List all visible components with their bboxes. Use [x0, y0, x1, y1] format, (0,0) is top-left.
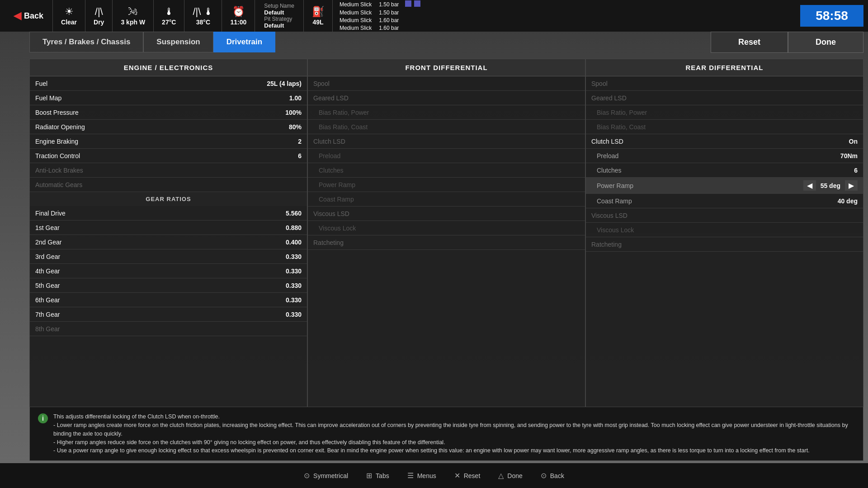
tab-tyres-brakes-chassis[interactable]: Tyres / Brakes / Chassis [29, 32, 143, 52]
rear-geared-lsd-row: Geared LSD [586, 91, 863, 105]
engine-braking-row[interactable]: Engine Braking 2 [30, 134, 307, 149]
front-bias-power-label: Bias Ratio, Power [319, 109, 369, 116]
rear-geared-lsd-label: Geared LSD [591, 94, 627, 102]
rear-bias-power-row: Bias Ratio, Power [586, 105, 863, 120]
info-icon: i [38, 413, 48, 423]
rear-clutches-label: Clutches [597, 167, 621, 174]
back-button[interactable]: ◀ Back [5, 10, 52, 22]
fuel-row[interactable]: Fuel 25L (4 laps) [30, 76, 307, 91]
bottom-done-item[interactable]: △ Done [498, 471, 522, 480]
traction-control-value: 6 [298, 152, 302, 160]
rear-coast-ramp-row[interactable]: Coast Ramp 40 deg [586, 194, 863, 208]
rear-power-ramp-row[interactable]: Power Ramp ◀ 55 deg ▶ [586, 178, 863, 194]
engine-panel: ENGINE / ELECTRONICS Fuel 25L (4 laps) F… [29, 59, 307, 407]
tyre-rl-pressure: 1.60 bar [379, 17, 399, 23]
traction-control-row[interactable]: Traction Control 6 [30, 149, 307, 163]
rear-ratcheting-row: Ratcheting [586, 237, 863, 252]
wind-item: 🌬 3 kph W [112, 0, 153, 32]
menus-label: Menus [417, 472, 436, 479]
rear-viscous-lock-row: Viscous Lock [586, 223, 863, 237]
fuel-item: ⛽ 49L [303, 0, 332, 32]
tab-drivetrain[interactable]: Drivetrain [213, 32, 275, 52]
gear7-row[interactable]: 7th Gear 0.330 [30, 307, 307, 322]
radiator-row[interactable]: Radiator Opening 80% [30, 120, 307, 134]
reset-icon: ✕ [454, 471, 460, 480]
gear6-value: 0.330 [286, 296, 302, 304]
engine-braking-value: 2 [298, 138, 302, 145]
tyre-row-rl: Medium Slick 1.60 bar [340, 17, 420, 23]
thermometer-icon: 🌡 [164, 6, 174, 18]
top-bar: ◀ Back ☀ Clear /|\ Dry 🌬 3 kph W 🌡 27°C … [0, 0, 868, 32]
menus-item[interactable]: ☰ Menus [407, 471, 436, 480]
gear5-row[interactable]: 5th Gear 0.330 [30, 278, 307, 293]
front-clutches-row: Clutches [308, 163, 585, 178]
front-viscous-lsd-row: Viscous LSD [308, 206, 585, 221]
rear-diff-content: Spool Geared LSD Bias Ratio, Power Bias … [586, 76, 863, 407]
pit-strategy-value: Default [264, 22, 294, 29]
back-arrow-icon: ◀ [14, 10, 21, 22]
tyre-grid: Medium Slick 1.50 bar Medium Slick 1.50 … [340, 0, 420, 31]
gear5-label: 5th Gear [35, 282, 60, 289]
done-button[interactable]: Done [788, 32, 863, 53]
gear4-row[interactable]: 4th Gear 0.330 [30, 264, 307, 278]
engine-braking-label: Engine Braking [35, 138, 78, 145]
fuel-value-cell: 25L (4 laps) [267, 80, 302, 87]
setup-name-label: Setup Name [264, 3, 294, 9]
radiator-label: Radiator Opening [35, 123, 85, 131]
boost-pressure-label: Boost Pressure [35, 109, 79, 116]
front-diff-panel: FRONT DIFFERENTIAL Spool Geared LSD Bias… [307, 59, 585, 407]
front-bias-coast-label: Bias Ratio, Coast [319, 123, 368, 131]
engine-panel-content: Fuel 25L (4 laps) Fuel Map 1.00 Boost Pr… [30, 76, 307, 407]
rear-clutches-value: 6 [854, 167, 858, 174]
rear-clutch-lsd-row[interactable]: Clutch LSD On [586, 134, 863, 149]
tabs-item[interactable]: ⊞ Tabs [366, 471, 389, 480]
gear3-row[interactable]: 3rd Gear 0.330 [30, 249, 307, 264]
track-temp-value: 38°C [196, 19, 210, 26]
dry-icon: /|\ [95, 6, 103, 18]
boost-pressure-row[interactable]: Boost Pressure 100% [30, 105, 307, 120]
front-spool-label: Spool [313, 80, 330, 87]
fuel-map-row[interactable]: Fuel Map 1.00 [30, 91, 307, 105]
gear5-value: 0.330 [286, 282, 302, 289]
reset-button[interactable]: Reset [711, 32, 788, 53]
tab-suspension[interactable]: Suspension [143, 32, 213, 52]
track-temp-icon: /|\ 🌡 [193, 6, 213, 18]
bottom-reset-item[interactable]: ✕ Reset [454, 471, 481, 480]
auto-gears-row: Automatic Gears [30, 178, 307, 192]
rear-bias-coast-row: Bias Ratio, Coast [586, 120, 863, 134]
navigation-tabs: Tyres / Brakes / Chassis Suspension Driv… [29, 32, 275, 52]
gear2-row[interactable]: 2nd Gear 0.400 [30, 235, 307, 249]
fuel-map-label: Fuel Map [35, 94, 61, 102]
gear4-label: 4th Gear [35, 267, 60, 275]
rear-preload-label: Preload [597, 152, 618, 160]
tyre-indicator-fl [405, 0, 420, 8]
gear1-row[interactable]: 1st Gear 0.880 [30, 221, 307, 235]
gear1-value: 0.880 [286, 224, 302, 231]
tyre-pressure-section: Medium Slick 1.50 bar Medium Slick 1.50 … [332, 0, 427, 32]
rear-coast-ramp-value: 40 deg [838, 197, 858, 205]
gear-ratios-header: GEAR RATIOS [30, 192, 307, 206]
bottom-back-item[interactable]: ⊙ Back [541, 471, 564, 480]
gear6-row[interactable]: 6th Gear 0.330 [30, 293, 307, 307]
bottom-bar: ⊙ Symmetrical ⊞ Tabs ☰ Menus ✕ Reset △ D… [0, 463, 868, 488]
front-diff-header: FRONT DIFFERENTIAL [308, 59, 585, 76]
gear4-value: 0.330 [286, 267, 302, 275]
fuel-label: Fuel [35, 80, 47, 87]
gear3-label: 3rd Gear [35, 253, 60, 260]
rear-viscous-lsd-label: Viscous LSD [591, 212, 627, 219]
front-power-ramp-label: Power Ramp [319, 181, 355, 188]
gear1-label: 1st Gear [35, 224, 60, 231]
tyre-rl-name: Medium Slick [340, 17, 372, 23]
final-drive-row[interactable]: Final Drive 5.560 [30, 206, 307, 221]
power-ramp-increase[interactable]: ▶ [845, 180, 858, 191]
wind-value: 3 kph W [121, 19, 145, 26]
fuel-value: 49L [312, 19, 323, 26]
rear-clutches-row[interactable]: Clutches 6 [586, 163, 863, 178]
power-ramp-decrease[interactable]: ◀ [803, 180, 816, 191]
dry-item: /|\ Dry [85, 0, 112, 32]
rear-diff-panel: REAR DIFFERENTIAL Spool Geared LSD Bias … [585, 59, 863, 407]
symmetrical-item[interactable]: ⊙ Symmetrical [304, 471, 348, 480]
tyre-fl-name: Medium Slick [340, 1, 372, 8]
rear-preload-row[interactable]: Preload 70Nm [586, 149, 863, 163]
power-ramp-controls: ◀ 55 deg ▶ [803, 180, 858, 191]
